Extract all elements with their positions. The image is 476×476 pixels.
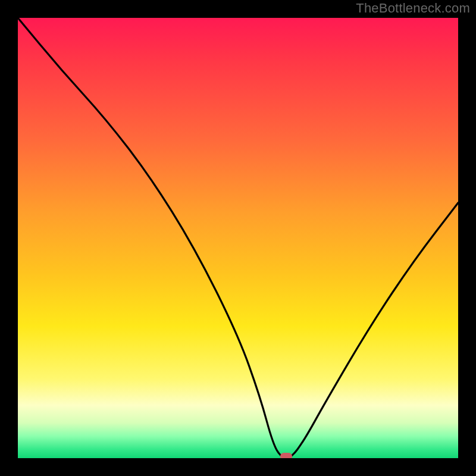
plot-area [18, 18, 458, 458]
bottleneck-curve [18, 18, 458, 458]
curve-path [18, 18, 458, 458]
watermark-text: TheBottleneck.com [356, 1, 470, 16]
chart-frame: TheBottleneck.com [0, 0, 476, 476]
optimal-marker [280, 453, 292, 458]
